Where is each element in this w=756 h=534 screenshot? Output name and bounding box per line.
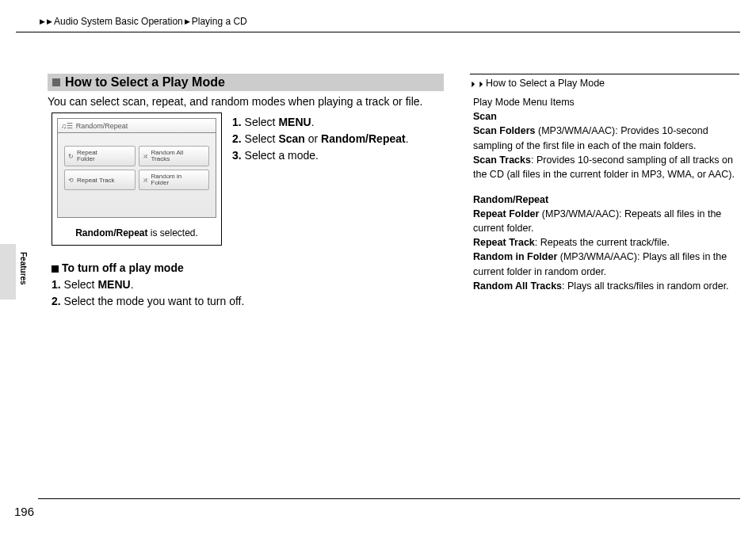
music-note-icon: ♫☰ (61, 122, 73, 130)
device-screen: ♫☰ Random/Repeat ↻ Repeat Folder ⤮ Rando… (57, 118, 216, 218)
steps-list: 1. Select MENU. 2. Select Scan or Random… (232, 114, 409, 164)
step-num: 3. (232, 149, 245, 162)
scan-tracks-bold: Scan Tracks (473, 154, 531, 166)
random-all-tracks-text: : Plays all tracks/files in random order… (562, 280, 729, 292)
play-mode-items-label: Play Mode Menu Items (473, 95, 738, 109)
step-num: 2. (232, 132, 245, 145)
triangle-icon: ▶ (185, 17, 190, 25)
step-text: Select the mode you want to turn off. (64, 295, 245, 307)
random-all-tracks-line: Random All Tracks: Plays all tracks/file… (473, 279, 738, 293)
section-title: How to Select a Play Mode (65, 75, 225, 90)
screen-title: Random/Repeat (76, 122, 128, 130)
divider (16, 32, 740, 32)
repeat-track-text: : Repeats the current track/file. (535, 237, 670, 248)
turn-off-step-1: 1. Select MENU. (52, 277, 244, 293)
random-repeat-heading: Random/Repeat (473, 194, 548, 205)
turn-off-title: To turn off a play mode (52, 260, 244, 277)
scan-folders-line: Scan Folders (MP3/WMA/AAC): Provides 10-… (473, 124, 738, 152)
step-text: Select (245, 132, 279, 145)
double-triangle-icon: ⏵⏵ (470, 79, 486, 88)
step-text: Select a mode. (245, 149, 319, 162)
triangle-icon: ▶ (47, 17, 52, 25)
repeat-track-bold: Repeat Track (473, 237, 535, 248)
sidebar-info: ⏵⏵How to Select a Play Mode Play Mode Me… (470, 74, 739, 293)
step-num: 1. (232, 116, 245, 128)
breadcrumb-b: Playing a CD (192, 16, 247, 27)
repeat-icon: ↻ (68, 153, 74, 160)
shuffle-icon: ⤮ (143, 153, 148, 160)
repeat-folder-line: Repeat Folder (MP3/WMA/AAC): Repeats all… (473, 207, 738, 235)
sidebar-heading-row: ⏵⏵How to Select a Play Mode (470, 76, 739, 90)
menu-bold: MENU (97, 278, 130, 291)
button-label: Repeat Track (77, 177, 115, 184)
step-text: Select (245, 116, 279, 128)
step-num: 1. (52, 278, 64, 291)
button-label: Random in Folder (151, 174, 182, 186)
square-bullet-icon (52, 265, 59, 273)
menu-bold: MENU (278, 116, 311, 128)
repeat-icon: ⟲ (68, 177, 74, 184)
square-bullet-icon (52, 78, 60, 86)
breadcrumb-a: Audio System Basic Operation (54, 16, 183, 27)
scan-heading: Scan (473, 111, 497, 122)
scan-folders-bold: Scan Folders (473, 125, 536, 136)
button-label: Repeat Folder (77, 150, 97, 162)
screen-button-random-all: ⤮ Random All Tracks (139, 146, 210, 166)
step-num: 2. (52, 295, 64, 307)
side-tab-label: Features (19, 252, 28, 285)
step-3: 3. Select a mode. (232, 147, 409, 164)
repeat-folder-bold: Repeat Folder (473, 208, 539, 219)
screen-button-random-folder: ⤮ Random in Folder (139, 170, 210, 190)
turn-off-heading: To turn off a play mode (62, 261, 184, 274)
divider (38, 498, 740, 499)
rr-bold: Random/Repeat (321, 132, 406, 145)
triangle-icon: ▶ (40, 17, 45, 25)
period: . (131, 278, 134, 291)
side-tab (0, 244, 16, 299)
screen-button-repeat-track: ⟲ Repeat Track (64, 170, 136, 190)
section-heading-bar: How to Select a Play Mode (48, 74, 444, 91)
breadcrumb: ▶ ▶ Audio System Basic Operation ▶ Playi… (40, 16, 247, 27)
figure-caption: Random/Repeat is selected. (52, 223, 221, 245)
step-text: Select (64, 278, 98, 291)
screenshot-figure: ♫☰ Random/Repeat ↻ Repeat Folder ⤮ Rando… (52, 113, 222, 246)
screen-header: ♫☰ Random/Repeat (58, 119, 216, 133)
sidebar-body: Play Mode Menu Items Scan Scan Folders (… (470, 90, 739, 293)
sidebar-heading: How to Select a Play Mode (486, 78, 605, 89)
random-in-folder-line: Random in Folder (MP3/WMA/AAC): Plays al… (473, 250, 738, 278)
or-text: or (305, 132, 321, 145)
random-in-folder-bold: Random in Folder (473, 251, 557, 262)
turn-off-section: To turn off a play mode 1. Select MENU. … (52, 260, 244, 310)
turn-off-step-2: 2. Select the mode you want to turn off. (52, 293, 244, 310)
scan-tracks-line: Scan Tracks: Provides 10-second sampling… (473, 153, 738, 181)
caption-bold: Random/Repeat (75, 227, 147, 238)
screen-button-repeat-folder: ↻ Repeat Folder (64, 146, 136, 166)
step-1: 1. Select MENU. (232, 114, 409, 131)
caption-rest: is selected. (147, 227, 197, 238)
random-all-tracks-bold: Random All Tracks (473, 280, 562, 292)
repeat-track-line: Repeat Track: Repeats the current track/… (473, 235, 738, 250)
button-label: Random All Tracks (151, 150, 184, 162)
period: . (311, 116, 315, 128)
period: . (406, 132, 409, 145)
page-number: 196 (14, 505, 34, 518)
step-2: 2. Select Scan or Random/Repeat. (232, 131, 409, 147)
scan-bold: Scan (278, 132, 304, 145)
shuffle-icon: ⤮ (143, 177, 148, 184)
intro-text: You can select scan, repeat, and random … (48, 95, 444, 108)
